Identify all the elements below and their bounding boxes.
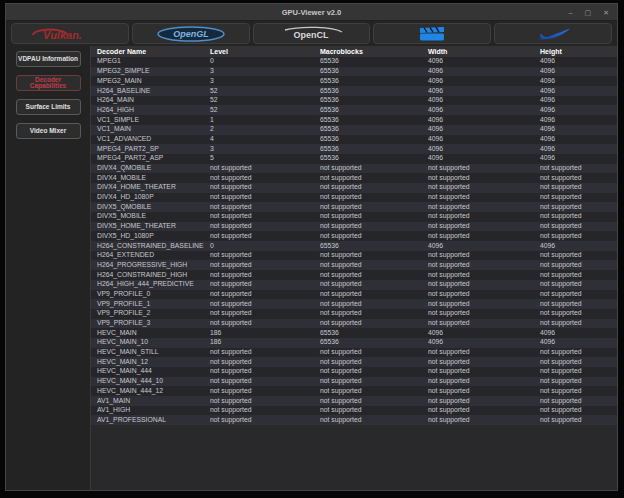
- table-row[interactable]: HEVC_MAIN_444_12not supportednot support…: [91, 386, 617, 396]
- vdpau-clapperboard-logo: [417, 26, 447, 42]
- table-cell: MPEG4_PART2_ASP: [91, 154, 204, 164]
- table-row[interactable]: HEVC_MAIN_101866553640964096: [91, 338, 617, 348]
- table-row[interactable]: H264_EXTENDEDnot supportednot supportedn…: [91, 251, 617, 261]
- table-cell: DIVX4_MOBILE: [91, 173, 204, 183]
- table-cell: not supported: [534, 357, 617, 367]
- table-row[interactable]: HEVC_MAIN_444not supportednot supportedn…: [91, 367, 617, 377]
- table-row[interactable]: VP9_PROFILE_1not supportednot supportedn…: [91, 299, 617, 309]
- table-row[interactable]: VP9_PROFILE_2not supportednot supportedn…: [91, 309, 617, 319]
- table-row[interactable]: VC1_MAIN26553640964096: [91, 125, 617, 135]
- table-cell: 4096: [534, 57, 617, 67]
- table-cell: 4096: [422, 328, 534, 338]
- table-cell: not supported: [204, 367, 314, 377]
- table-row[interactable]: DIVX4_HOME_THEATERnot supportednot suppo…: [91, 183, 617, 193]
- table-cell: not supported: [422, 212, 534, 222]
- table-cell: not supported: [314, 357, 422, 367]
- close-icon[interactable]: ✕: [603, 9, 609, 16]
- table-cell: VP9_PROFILE_0: [91, 290, 204, 300]
- table-cell: AV1_PROFESSIONAL: [91, 415, 204, 425]
- table-row[interactable]: H264_PROGRESSIVE_HIGHnot supportednot su…: [91, 260, 617, 270]
- table-row[interactable]: AV1_PROFESSIONALnot supportednot support…: [91, 415, 617, 425]
- table-row[interactable]: DIVX5_MOBILEnot supportednot supportedno…: [91, 212, 617, 222]
- table-row[interactable]: H264_CONSTRAINED_BASELINE06553640964096: [91, 241, 617, 251]
- column-header: Decoder Name: [91, 46, 204, 57]
- table-row[interactable]: MPEG2_SIMPLE36553640964096: [91, 67, 617, 77]
- minimize-icon[interactable]: –: [569, 9, 573, 16]
- tab-vulkan[interactable]: Vulkan.: [11, 23, 129, 44]
- tab-vdpau[interactable]: [373, 23, 491, 44]
- sidebar-item-decoder-capabilities[interactable]: Decoder Capabilities: [16, 75, 81, 91]
- table-cell: not supported: [204, 173, 314, 183]
- svg-text:OpenCL: OpenCL: [294, 29, 330, 39]
- table-cell: 4096: [422, 135, 534, 145]
- table-cell: not supported: [204, 222, 314, 232]
- table-row[interactable]: DIVX5_HD_1080Pnot supportednot supported…: [91, 231, 617, 241]
- table-row[interactable]: AV1_MAINnot supportednot supportednot su…: [91, 396, 617, 406]
- table-row[interactable]: H264_BASELINE526553640964096: [91, 86, 617, 96]
- table-cell: not supported: [204, 251, 314, 261]
- table-row[interactable]: MPEG4_PART2_SP36553640964096: [91, 144, 617, 154]
- table-row[interactable]: H264_CONSTRAINED_HIGHnot supportednot su…: [91, 270, 617, 280]
- table-cell: DIVX4_QMOBILE: [91, 164, 204, 174]
- tab-vaapi[interactable]: [494, 23, 612, 44]
- table-cell: HEVC_MAIN: [91, 328, 204, 338]
- table-row[interactable]: H264_MAIN526553640964096: [91, 96, 617, 106]
- table-cell: not supported: [422, 367, 534, 377]
- table-cell: not supported: [534, 348, 617, 358]
- table-cell: 65536: [314, 125, 422, 135]
- table-row[interactable]: DIVX4_MOBILEnot supportednot supportedno…: [91, 173, 617, 183]
- table-cell: DIVX4_HD_1080P: [91, 193, 204, 203]
- table-cell: MPEG4_PART2_SP: [91, 144, 204, 154]
- table-row[interactable]: H264_HIGH_444_PREDICTIVEnot supportednot…: [91, 280, 617, 290]
- sidebar-item-video-mixer[interactable]: Video Mixer: [16, 123, 81, 139]
- table-cell: not supported: [534, 319, 617, 329]
- tab-opengl[interactable]: OpenGL: [132, 23, 250, 44]
- table-cell: not supported: [534, 212, 617, 222]
- table-cell: not supported: [204, 202, 314, 212]
- table-row[interactable]: VP9_PROFILE_3not supportednot supportedn…: [91, 319, 617, 329]
- table-row[interactable]: MPEG106553640964096: [91, 57, 617, 67]
- table-row[interactable]: HEVC_MAIN_12not supportednot supportedno…: [91, 357, 617, 367]
- table-cell: not supported: [314, 367, 422, 377]
- table-cell: not supported: [534, 260, 617, 270]
- table-cell: not supported: [314, 415, 422, 425]
- table-cell: 65536: [314, 154, 422, 164]
- table-row[interactable]: VC1_SIMPLE16553640964096: [91, 115, 617, 125]
- table-cell: 4096: [422, 96, 534, 106]
- table-row[interactable]: DIVX4_HD_1080Pnot supportednot supported…: [91, 193, 617, 203]
- table-row[interactable]: HEVC_MAIN_STILLnot supportednot supporte…: [91, 348, 617, 358]
- table-cell: not supported: [534, 309, 617, 319]
- table-row[interactable]: DIVX5_HOME_THEATERnot supportednot suppo…: [91, 222, 617, 232]
- table-cell: AV1_MAIN: [91, 396, 204, 406]
- table-row[interactable]: MPEG4_PART2_ASP56553640964096: [91, 154, 617, 164]
- table-cell: not supported: [422, 319, 534, 329]
- table-cell: 4096: [534, 115, 617, 125]
- table-row[interactable]: VP9_PROFILE_0not supportednot supportedn…: [91, 290, 617, 300]
- table-row[interactable]: VC1_ADVANCED46553640964096: [91, 135, 617, 145]
- table-cell: H264_MAIN: [91, 96, 204, 106]
- table-cell: not supported: [204, 260, 314, 270]
- table-row[interactable]: AV1_HIGHnot supportednot supportednot su…: [91, 406, 617, 416]
- table-row[interactable]: H264_HIGH526553640964096: [91, 105, 617, 115]
- table-cell: 65536: [314, 76, 422, 86]
- table-cell: not supported: [314, 231, 422, 241]
- table-cell: HEVC_MAIN_444: [91, 367, 204, 377]
- table-cell: not supported: [314, 222, 422, 232]
- maximize-icon[interactable]: ▢: [585, 9, 592, 16]
- sidebar-item-vdpau-information[interactable]: VDPAU Information: [16, 51, 81, 67]
- table-row[interactable]: DIVX5_QMOBILEnot supportednot supportedn…: [91, 202, 617, 212]
- column-header: Height: [534, 46, 617, 57]
- table-cell: not supported: [422, 386, 534, 396]
- table-cell: 4096: [534, 86, 617, 96]
- sidebar-item-surface-limits[interactable]: Surface Limits: [16, 99, 81, 115]
- tab-opencl[interactable]: OpenCL: [253, 23, 371, 44]
- table-cell: 4096: [422, 67, 534, 77]
- table-cell: 2: [204, 125, 314, 135]
- table-row[interactable]: HEVC_MAIN_444_10not supportednot support…: [91, 377, 617, 387]
- table-row[interactable]: MPEG2_MAIN36553640964096: [91, 76, 617, 86]
- table-cell: not supported: [314, 348, 422, 358]
- column-header: Width: [422, 46, 534, 57]
- table-row[interactable]: HEVC_MAIN1866553640964096: [91, 328, 617, 338]
- table-cell: not supported: [204, 348, 314, 358]
- table-row[interactable]: DIVX4_QMOBILEnot supportednot supportedn…: [91, 164, 617, 174]
